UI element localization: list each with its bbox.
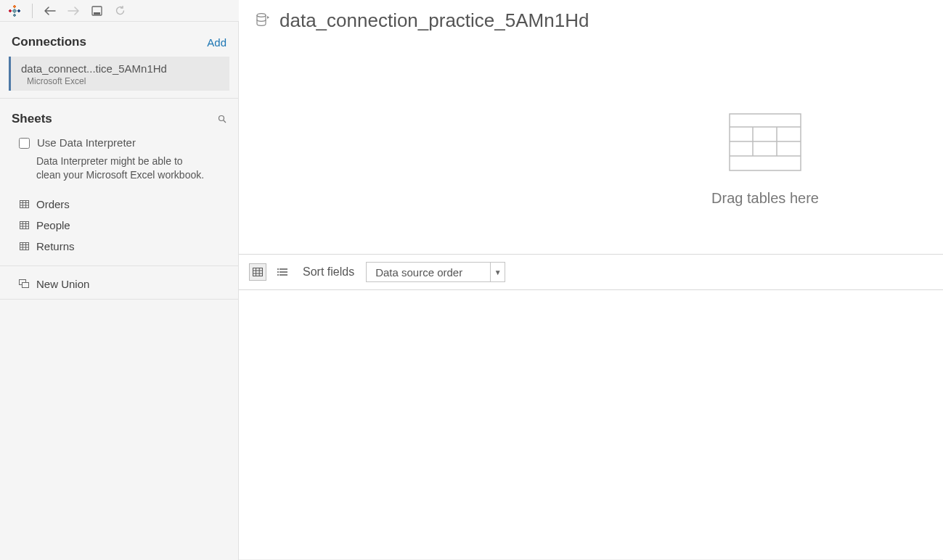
chevron-down-icon: ▼	[490, 263, 505, 281]
svg-point-49	[277, 274, 279, 276]
sort-fields-label: Sort fields	[303, 265, 354, 279]
use-data-interpreter-label[interactable]: Use Data Interpreter	[37, 136, 136, 149]
svg-rect-20	[20, 221, 28, 228]
back-icon[interactable]	[41, 2, 59, 20]
svg-rect-7	[18, 9, 20, 12]
use-data-interpreter-checkbox[interactable]	[19, 138, 30, 149]
join-canvas[interactable]: Drag tables here	[239, 36, 943, 254]
connection-name: data_connect...tice_5AMn1Hd	[21, 62, 219, 75]
svg-point-45	[277, 268, 279, 270]
svg-rect-3	[13, 15, 16, 16]
svg-rect-15	[20, 200, 28, 207]
data-interpreter-hint: Data Interpreter might be able to clean …	[0, 152, 238, 191]
sheet-label: Orders	[36, 198, 70, 210]
save-icon[interactable]	[88, 2, 105, 20]
main-content: data_connection_practice_5AMn1Hd Drag ta…	[239, 0, 943, 560]
connections-title: Connections	[12, 35, 86, 49]
svg-rect-31	[23, 283, 29, 288]
svg-rect-39	[253, 268, 263, 276]
refresh-icon[interactable]	[111, 2, 128, 20]
svg-rect-10	[12, 10, 17, 12]
table-icon	[19, 199, 29, 209]
connection-item[interactable]: data_connect...tice_5AMn1Hd Microsoft Ex…	[9, 57, 229, 91]
connection-type: Microsoft Excel	[27, 76, 219, 86]
svg-point-47	[277, 271, 279, 273]
data-grid-area	[239, 290, 943, 560]
left-sidebar: Connections Add data_connect...tice_5AMn…	[0, 0, 239, 560]
toolbar-divider	[32, 4, 33, 18]
sheet-label: People	[36, 219, 70, 231]
svg-rect-12	[94, 12, 100, 15]
grid-view-toggle[interactable]	[249, 263, 266, 281]
union-icon	[19, 279, 29, 288]
add-connection-link[interactable]: Add	[207, 36, 226, 49]
connections-header: Connections Add	[0, 22, 238, 57]
sheets-title: Sheets	[12, 112, 52, 126]
new-union-label: New Union	[36, 278, 89, 290]
sheet-list: Orders People Returns	[0, 191, 238, 260]
svg-line-14	[224, 120, 226, 123]
sort-fields-select[interactable]: Data source order ▼	[366, 262, 505, 282]
svg-rect-1	[13, 6, 16, 7]
data-grid-toolbar: Sort fields Data source order ▼	[239, 254, 943, 290]
forward-icon[interactable]	[65, 2, 82, 20]
sheet-item-people[interactable]: People	[0, 215, 238, 236]
sort-fields-value: Data source order	[367, 266, 490, 279]
new-union-item[interactable]: New Union	[0, 273, 238, 295]
svg-rect-5	[9, 9, 11, 12]
sheets-header: Sheets	[0, 102, 238, 131]
datasource-header: data_connection_practice_5AMn1Hd	[239, 0, 943, 36]
table-icon	[19, 241, 29, 251]
tableau-logo-icon[interactable]	[6, 2, 23, 20]
svg-rect-25	[20, 242, 28, 250]
svg-point-32	[257, 14, 266, 17]
search-icon[interactable]	[218, 115, 226, 123]
database-icon[interactable]	[256, 13, 269, 28]
list-view-toggle[interactable]	[274, 263, 291, 281]
svg-rect-33	[730, 114, 801, 170]
drag-tables-hint: Drag tables here	[711, 190, 819, 207]
sheet-item-orders[interactable]: Orders	[0, 194, 238, 215]
sheet-label: Returns	[36, 240, 75, 252]
svg-point-13	[219, 116, 224, 121]
table-icon	[19, 220, 29, 230]
canvas-placeholder-icon	[729, 113, 801, 171]
datasource-title[interactable]: data_connection_practice_5AMn1Hd	[279, 9, 589, 32]
sheet-item-returns[interactable]: Returns	[0, 236, 238, 257]
top-toolbar	[0, 0, 239, 22]
